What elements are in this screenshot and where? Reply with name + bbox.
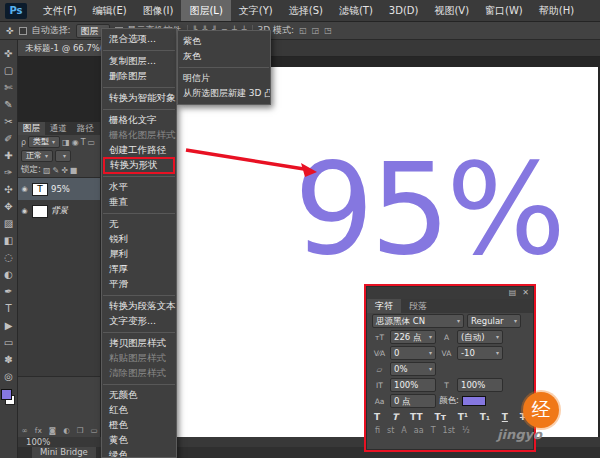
menu-item-red[interactable]: 红色	[102, 403, 176, 418]
font-family-dropdown[interactable]: 思源黑体 CN	[372, 314, 464, 328]
brush-tool-icon[interactable]: ✑	[4, 164, 12, 181]
filter-text-icon[interactable]: T	[81, 138, 86, 147]
menu-view[interactable]: 视图(V)	[426, 0, 477, 21]
marquee-tool-icon[interactable]: ▢	[4, 62, 13, 79]
menu-item-convert-to-smart-object[interactable]: 转换为智能对象	[102, 91, 176, 106]
menu-item-rasterize-type[interactable]: 栅格化文字	[102, 113, 176, 128]
history-brush-tool-icon[interactable]: ✥	[4, 198, 12, 215]
menu-item-antialias-crisp[interactable]: 犀利	[102, 247, 176, 262]
lock-pixels-icon[interactable]: ✎	[52, 166, 59, 175]
opacity-dropdown[interactable]	[55, 150, 71, 162]
faux-bold-button[interactable]: T	[374, 412, 380, 422]
filter-shape-icon[interactable]: ▭	[88, 138, 96, 147]
swash-button[interactable]: A	[401, 426, 406, 435]
gradient-tool-icon[interactable]: ◧	[4, 232, 13, 249]
menu-item-duplicate-layer[interactable]: 复制图层...	[102, 54, 176, 69]
tab-paragraph[interactable]: 段落	[401, 299, 435, 313]
vertical-scale-field[interactable]: 100%	[390, 378, 436, 392]
layer-name[interactable]: 背景	[51, 205, 68, 217]
layer-row-text[interactable]: ◉ T 95%	[18, 178, 100, 200]
healing-tool-icon[interactable]: ✚	[4, 147, 12, 164]
panel-menu-icon[interactable]: ▤	[509, 287, 517, 299]
menu-item-no-color[interactable]: 无颜色	[102, 388, 176, 403]
type-tool-icon[interactable]: T	[5, 300, 11, 317]
3d-roll-icon[interactable]: ◲	[312, 26, 320, 35]
menu-filter[interactable]: 滤镜(T)	[331, 0, 381, 21]
superscript-button[interactable]: T¹	[458, 412, 468, 422]
menu-item-horizontal[interactable]: 水平	[102, 180, 176, 195]
faux-italic-button[interactable]: T	[392, 412, 398, 422]
menu-item-antialias-none[interactable]: 无	[102, 217, 176, 232]
zoom-tool-icon[interactable]: ◎	[4, 368, 13, 385]
tracking-dropdown[interactable]: -10	[457, 346, 503, 360]
filter-kind-icon[interactable]: ◨	[62, 138, 70, 147]
adjustment-layer-icon[interactable]: ◐	[63, 426, 70, 435]
eraser-tool-icon[interactable]: ▨	[4, 215, 13, 232]
auto-select-checkbox[interactable]	[19, 27, 27, 35]
lasso-tool-icon[interactable]: ✄	[4, 79, 12, 96]
tab-layers[interactable]: 图层	[18, 122, 45, 135]
blur-tool-icon[interactable]: ◌	[4, 249, 13, 266]
menu-item-new-3d-extrusion[interactable]: 从所选图层新建 3D 凸出	[178, 86, 270, 101]
fractions-button[interactable]: ½	[462, 426, 470, 435]
contextual-alternates-button[interactable]: st	[387, 426, 394, 435]
tab-character[interactable]: 字符	[367, 299, 401, 313]
menu-image[interactable]: 图像(I)	[135, 0, 182, 21]
menu-item-antialias-strong[interactable]: 浑厚	[102, 262, 176, 277]
menu-item-create-work-path[interactable]: 创建工作路径	[102, 143, 176, 158]
quick-select-tool-icon[interactable]: ✎	[4, 96, 12, 113]
panel-close-icon[interactable]: ✕	[522, 287, 529, 299]
path-select-tool-icon[interactable]: ▶	[5, 317, 13, 334]
menu-3d[interactable]: 3D(D)	[381, 0, 427, 21]
menu-item-postcard[interactable]: 明信片	[178, 71, 270, 86]
link-layers-icon[interactable]: ∞	[22, 426, 28, 435]
delete-layer-icon[interactable]: ▭	[90, 426, 97, 435]
menu-window[interactable]: 窗口(W)	[477, 0, 531, 21]
lock-position-icon[interactable]: ✜	[61, 166, 68, 175]
menu-item-convert-to-paragraph-text[interactable]: 转换为段落文本	[102, 299, 176, 314]
layer-style-icon[interactable]: fx	[35, 426, 42, 435]
leading-dropdown[interactable]: (自动)	[457, 330, 503, 344]
menu-layer[interactable]: 图层(L)	[181, 0, 230, 21]
filter-effect-icon[interactable]: ◉	[72, 138, 79, 147]
menu-edit[interactable]: 编辑(E)	[85, 0, 135, 21]
horizontal-scale-field[interactable]: 100%	[457, 378, 503, 392]
menu-item-yellow[interactable]: 黄色	[102, 433, 176, 448]
tool-preset-icon[interactable]: ✜	[6, 26, 14, 36]
lock-all-icon[interactable]: ■	[70, 166, 78, 175]
stylistic-alternates-button[interactable]: aa	[414, 426, 424, 435]
kerning-dropdown[interactable]: 0	[390, 346, 436, 360]
menu-item-vertical[interactable]: 垂直	[102, 195, 176, 210]
menu-file[interactable]: 文件(F)	[35, 0, 85, 21]
text-color-swatch[interactable]	[462, 396, 486, 406]
subscript-button[interactable]: T₁	[480, 412, 490, 422]
blend-mode-dropdown[interactable]: 正常	[21, 150, 53, 162]
ordinals-button[interactable]: 1st	[443, 426, 455, 435]
color-swatches[interactable]	[1, 389, 16, 406]
menu-item-blending-options[interactable]: 混合选项...	[102, 32, 176, 47]
menu-item-antialias-smooth[interactable]: 平滑	[102, 277, 176, 292]
eyedropper-tool-icon[interactable]: ✐	[4, 130, 12, 147]
tab-paths[interactable]: 路径	[72, 122, 99, 135]
layer-row-background[interactable]: ◉ 背景	[18, 200, 100, 222]
menu-item-warp-text[interactable]: 文字变形...	[102, 314, 176, 329]
menu-item-delete-layer[interactable]: 删除图层	[102, 69, 176, 84]
small-caps-button[interactable]: Tᴛ	[435, 412, 446, 422]
baseline-shift-field[interactable]: 0 点	[390, 394, 436, 408]
hand-tool-icon[interactable]: ✽	[4, 351, 12, 368]
3d-rotate-icon[interactable]: ◱	[299, 26, 307, 35]
titling-alternates-button[interactable]: T	[431, 426, 436, 435]
dodge-tool-icon[interactable]: ◐	[4, 266, 13, 283]
3d-drag-icon[interactable]: ◳	[324, 26, 332, 35]
tab-channels[interactable]: 通道	[45, 122, 72, 135]
menu-item-purple[interactable]: 紫色	[178, 34, 270, 49]
clone-stamp-tool-icon[interactable]: ✣	[4, 181, 12, 198]
foreground-color-swatch[interactable]	[1, 389, 12, 400]
mini-bridge-tab[interactable]: Mini Bridge	[32, 447, 96, 458]
pen-tool-icon[interactable]: ✒	[4, 283, 12, 300]
proportional-spacing-dropdown[interactable]: 0%	[390, 362, 436, 376]
menu-item-orange[interactable]: 橙色	[102, 418, 176, 433]
menu-item-convert-to-shape[interactable]: 转换为形状	[103, 157, 175, 174]
crop-tool-icon[interactable]: ✂	[4, 113, 12, 130]
zoom-level[interactable]: 100%	[26, 437, 50, 447]
